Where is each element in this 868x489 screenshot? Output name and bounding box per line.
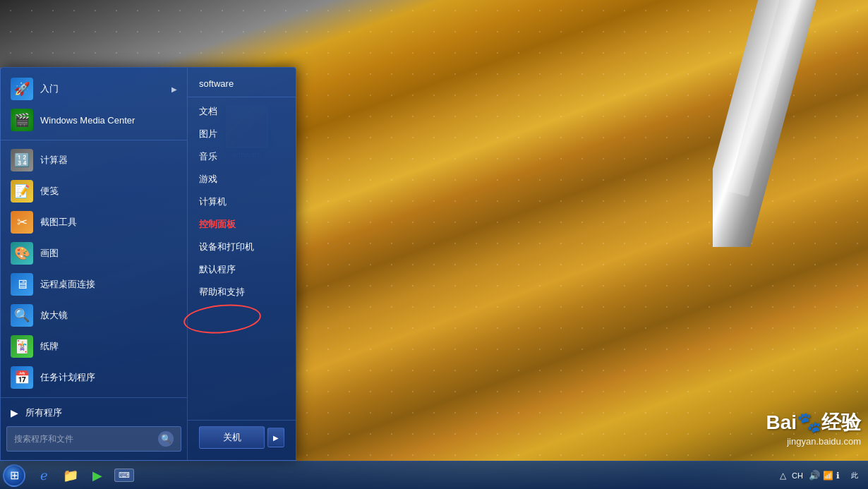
menu-icon-task: 📅 [11,366,33,389]
taskbar-icon-wmp[interactable]: ▶ [85,463,110,488]
taskbar-icon-ie[interactable]: ℯ [31,463,56,488]
tray-network: 📶 [823,471,833,481]
right-separator [188,97,296,97]
menu-icon-solitaire: 🃏 [11,335,33,358]
menu-item-calculator[interactable]: 🔢 计算器 [1,145,187,176]
menu-label-wmc: Windows Media Center [40,115,135,126]
right-item-software[interactable]: software [188,73,296,94]
menu-arrow-getting-started: ▶ [171,85,177,93]
menu-icon-mag: 🔍 [11,304,33,327]
start-button[interactable]: ⊞ [0,461,28,490]
right-item-documents[interactable]: 文档 [188,100,296,123]
menu-separator-2 [1,397,187,398]
menu-icon-wmc: 🎬 [11,109,33,131]
menu-label-calc: 计算器 [40,154,68,167]
system-tray: △ CH 🔊 📶 ℹ [776,470,844,481]
menu-label-rdp: 远程桌面连接 [40,278,95,291]
start-menu: 🚀 入门 ▶ 🎬 Windows Media Center 🔢 计算器 📝 便笺… [0,67,296,461]
tray-info: ℹ [836,471,840,481]
start-orb[interactable]: ⊞ [3,464,25,487]
right-item-help[interactable]: 帮助和支持 [188,281,296,303]
menu-item-remote-desktop[interactable]: 🖥 远程桌面连接 [1,269,187,300]
menu-label-solitaire: 纸牌 [40,340,59,353]
taskbar-icon-keyboard[interactable]: ⌨ [111,463,137,488]
menu-icon-sticky: 📝 [11,180,33,203]
ch-indicator: CH [789,471,806,480]
clock-time: 此 [851,471,858,480]
menu-icon-rdp: 🖥 [11,273,33,296]
taskbar-icons: ℯ 📁 ▶ ⌨ [28,463,140,488]
menu-item-paint[interactable]: 🎨 画图 [1,238,187,269]
shutdown-area: 关机 ▶ [188,420,296,454]
menu-label-sticky: 便笺 [40,185,59,198]
right-item-games[interactable]: 游戏 [188,168,296,191]
decorative-pen [713,0,826,247]
menu-search-box[interactable]: 🔍 [6,426,181,452]
right-item-devices[interactable]: 设备和打印机 [188,236,296,258]
search-input[interactable] [14,434,152,444]
menu-label-mag: 放大镜 [40,309,68,322]
menu-label-snip: 截图工具 [40,216,77,229]
shutdown-button[interactable]: 关机 [199,426,265,449]
right-item-computer[interactable]: 计算机 [188,191,296,213]
menu-icon-calc: 🔢 [11,149,33,171]
menu-all-programs[interactable]: ▶ 所有程序 [1,402,187,423]
menu-item-solitaire[interactable]: 🃏 纸牌 [1,331,187,362]
start-menu-left: 🚀 入门 ▶ 🎬 Windows Media Center 🔢 计算器 📝 便笺… [1,68,188,460]
search-button[interactable]: 🔍 [158,431,174,447]
right-item-default-programs[interactable]: 默认程序 [188,258,296,281]
menu-separator-1 [1,140,187,140]
right-item-pictures[interactable]: 图片 [188,123,296,145]
tray-speaker: 🔊 [809,470,820,481]
shutdown-arrow[interactable]: ▶ [267,428,284,447]
menu-item-snipping-tool[interactable]: ✂ 截图工具 [1,207,187,238]
taskbar-right: △ CH 🔊 📶 ℹ 此 [776,469,868,481]
all-programs-label: 所有程序 [25,406,62,419]
system-clock: 此 [847,469,862,481]
start-menu-right: software 文档 图片 音乐 游戏 计算机 控制面板 设备和打印机 默认程… [188,68,296,460]
menu-item-task-scheduler[interactable]: 📅 任务计划程序 [1,362,187,393]
taskbar-icon-explorer[interactable]: 📁 [58,463,83,488]
tray-icon-1: △ [780,471,786,481]
taskbar: ⊞ ℯ 📁 ▶ ⌨ △ CH 🔊 📶 ℹ 此 [0,461,868,489]
right-item-music[interactable]: 音乐 [188,145,296,168]
baidu-logo: Bai🐾经验 [766,409,861,436]
menu-label-paint: 画图 [40,247,59,260]
right-item-control-panel[interactable]: 控制面板 [188,213,296,236]
menu-item-getting-started[interactable]: 🚀 入门 ▶ [1,73,187,104]
menu-icon-snip: ✂ [11,211,33,234]
right-items-container: software 文档 图片 音乐 游戏 计算机 控制面板 设备和打印机 默认程… [188,73,296,420]
menu-item-magnifier[interactable]: 🔍 放大镜 [1,300,187,331]
menu-item-windows-media-center[interactable]: 🎬 Windows Media Center [1,104,187,135]
menu-icon-getting-started: 🚀 [11,78,33,100]
menu-label-getting-started: 入门 [40,83,59,95]
desktop: software 🚀 入门 ▶ 🎬 Windows Media Center 🔢… [0,0,868,489]
menu-icon-paint: 🎨 [11,242,33,265]
menu-item-sticky-notes[interactable]: 📝 便笺 [1,176,187,207]
menu-label-task: 任务计划程序 [40,371,95,384]
baidu-url: jingyan.baidu.com [766,436,861,447]
baidu-watermark: Bai🐾经验 jingyan.baidu.com [766,409,861,447]
